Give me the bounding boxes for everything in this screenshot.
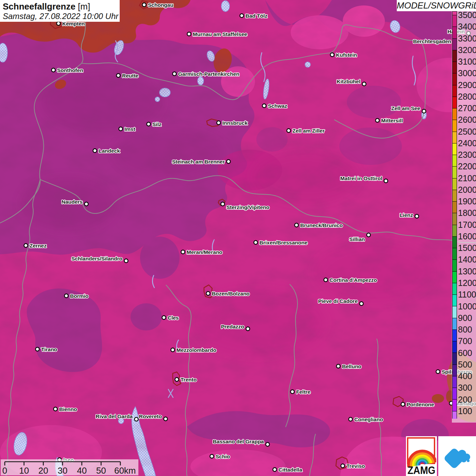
city-label: Meran/Merano — [187, 249, 222, 255]
city-marker: Garmisch-Partenkirchen — [173, 71, 240, 77]
city-label: Reutte — [122, 73, 139, 79]
city-label: Cittadella — [278, 467, 302, 473]
city-label: Bienno — [59, 406, 77, 412]
city-marker: Steinach am Brenner — [172, 159, 231, 165]
city-label: Kufstein — [336, 52, 357, 58]
city-label: Pieve di Cadore — [318, 298, 358, 304]
city-label: Belluno — [342, 363, 361, 369]
city-dot — [273, 468, 277, 472]
city-dot — [164, 417, 168, 421]
city-label: Cles — [168, 315, 179, 321]
scalebar-label: 0 — [2, 465, 7, 475]
city-label: Bad Tölz — [245, 13, 268, 19]
title-heading: Schneefallgrenze — [3, 1, 75, 12]
city-label: Cortina d'Ampezzo — [329, 277, 377, 283]
city-label: Mittersill — [381, 118, 403, 123]
city-dot — [221, 202, 225, 206]
scalebar-label: 30 — [58, 465, 68, 475]
city-label: Rovereto — [139, 413, 162, 419]
city-dot — [415, 215, 419, 218]
city-dot — [173, 72, 176, 76]
city-label: Trento — [181, 377, 197, 382]
city-label: Feltre — [296, 389, 311, 395]
scalebar-label: 60km — [114, 465, 136, 475]
zamg-wordmark: ZAMG — [408, 464, 436, 476]
city-dot — [181, 250, 185, 254]
city-label: Pordenone — [407, 402, 434, 407]
title-datetime: Samstag, 27.08.2022 10:00 Uhr — [3, 12, 116, 21]
city-dot — [349, 418, 353, 421]
city-dot — [291, 390, 294, 394]
city-dot — [422, 109, 426, 113]
city-dot — [162, 316, 166, 320]
mountain-cloud-icon — [438, 436, 476, 476]
city-dot — [135, 418, 138, 421]
city-label: Bozen/Bolzano — [212, 291, 250, 296]
city-label: Nauders — [62, 199, 83, 205]
city-dot — [57, 22, 61, 26]
scalebar-label: 20 — [38, 465, 48, 475]
city-dot — [401, 403, 405, 406]
city-dot — [246, 327, 250, 331]
zamg-logo: ZAMG — [406, 436, 437, 476]
map-canvas: SchongauBad TölzKemptenMurnau am Staffel… — [0, 0, 476, 476]
city-dot — [384, 179, 388, 183]
city-label: Lienz — [400, 212, 413, 218]
city-marker: Bruneck/Brunico — [295, 222, 343, 228]
city-dot — [337, 364, 340, 368]
city-dot — [367, 233, 371, 237]
city-marker: Murnau am Staffelsee — [187, 31, 248, 37]
city-label: Schwaz — [268, 103, 287, 109]
city-label: Garmisch-Partenkirchen — [178, 71, 239, 77]
city-dot — [24, 244, 28, 248]
city-label: Sonthofen — [57, 67, 83, 73]
scalebar-label: 50 — [96, 465, 106, 475]
city-label: Sterzing/Vipiteno — [226, 204, 269, 210]
city-label: Zernez — [30, 243, 47, 249]
city-label: Brixen/Bressanone — [259, 240, 308, 245]
city-label: Schlanders/Silandro — [71, 256, 122, 261]
snowfall-limit-map-product: SchongauBad TölzKemptenMurnau am Staffel… — [0, 0, 476, 476]
city-label: Bassano del Grappa — [213, 439, 264, 444]
city-label: Murnau am Staffelsee — [193, 31, 248, 37]
city-marker: Berchtesgaden — [413, 38, 457, 44]
zamg-logo-box: ZAMG — [406, 436, 437, 476]
city-label: Bormio — [70, 293, 88, 299]
city-dot — [175, 378, 179, 381]
city-marker: Meran/Merano — [181, 249, 223, 255]
city-dot — [266, 443, 270, 446]
city-label: Schio — [216, 454, 230, 459]
city-label: Riva del Garda — [96, 413, 133, 419]
title-box: Schneefallgrenze [m] Samstag, 27.08.2022… — [0, 0, 120, 22]
city-label: Steinach am Brenner — [172, 159, 225, 165]
city-dot — [217, 121, 221, 125]
city-dot — [147, 122, 151, 126]
city-label: Schongau — [148, 2, 173, 8]
city-dot — [324, 278, 328, 282]
snow-report-logo-box — [438, 436, 476, 476]
city-dot — [330, 53, 334, 57]
city-dot — [65, 294, 68, 298]
city-marker: Silz — [147, 121, 162, 127]
city-dot — [295, 223, 299, 227]
city-label: Mezzolombardo — [176, 347, 216, 353]
city-dot — [171, 348, 175, 352]
city-dot — [36, 347, 39, 351]
map-scalebar: 0102030405060km — [1, 459, 138, 475]
city-label: Predazzo — [221, 324, 244, 329]
city-marker: Cortina d'Ampezzo — [324, 277, 377, 283]
cloud-shape — [461, 456, 467, 462]
city-dot — [240, 14, 244, 18]
scalebar-graphic: 0102030405060km — [1, 459, 138, 475]
city-label: Zell am See — [391, 105, 421, 111]
city-label: Zell am Ziller — [292, 128, 325, 134]
city-label: Treviso — [346, 463, 365, 469]
city-label: Innsbruck — [222, 120, 248, 126]
city-label: Sillian — [349, 236, 365, 242]
city-dot — [93, 149, 97, 153]
city-label: Berchtesgaden — [413, 38, 451, 44]
city-marker: Cles — [162, 315, 179, 321]
city-dot — [124, 259, 128, 263]
city-dot — [142, 3, 146, 7]
scalebar-label: 40 — [77, 465, 87, 475]
